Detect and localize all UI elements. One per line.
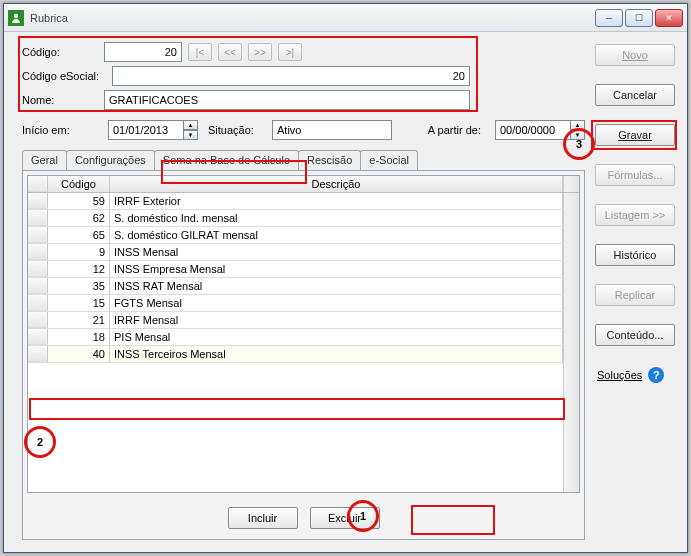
gravar-button[interactable]: Gravar <box>595 124 675 146</box>
window-title: Rubrica <box>30 12 595 24</box>
cell-codigo: 59 <box>48 193 110 209</box>
table-row[interactable]: 15FGTS Mensal <box>28 295 563 312</box>
esocial-label: Código eSocial: <box>22 70 106 82</box>
col-codigo[interactable]: Código <box>48 176 110 192</box>
grid-header: Código Descrição <box>28 176 579 193</box>
cell-codigo: 9 <box>48 244 110 260</box>
svg-point-0 <box>14 13 18 17</box>
cell-codigo: 21 <box>48 312 110 328</box>
cell-descricao: INSS Mensal <box>110 244 563 260</box>
cell-codigo: 40 <box>48 346 110 362</box>
tab-rescisao[interactable]: Rescisão <box>298 150 361 170</box>
table-row[interactable]: 65S. doméstico GILRAT mensal <box>28 227 563 244</box>
codigo-input[interactable]: 20 <box>104 42 182 62</box>
row-stub <box>28 244 48 260</box>
cell-codigo: 15 <box>48 295 110 311</box>
table-row[interactable]: 35INSS RAT Mensal <box>28 278 563 295</box>
help-icon[interactable]: ? <box>648 367 664 383</box>
replicar-button[interactable]: Replicar <box>595 284 675 306</box>
row-stub <box>28 346 48 362</box>
scroll-corner <box>563 176 579 192</box>
cell-descricao: FGTS Mensal <box>110 295 563 311</box>
app-icon <box>8 10 24 26</box>
apartir-spinner[interactable]: 00/00/0000 ▲▼ <box>495 120 585 140</box>
table-row[interactable]: 18PIS Mensal <box>28 329 563 346</box>
spin-down-icon[interactable]: ▼ <box>571 130 585 140</box>
nome-label: Nome: <box>22 94 98 106</box>
vertical-scrollbar[interactable] <box>563 193 579 492</box>
table-row[interactable]: 9INSS Mensal <box>28 244 563 261</box>
nav-next-button[interactable]: >> <box>248 43 272 61</box>
row-stub <box>28 210 48 226</box>
tab-soma-base-calculo[interactable]: Soma na Base de Cálculo <box>154 150 299 170</box>
formulas-button[interactable]: Fórmulas... <box>595 164 675 186</box>
codigo-label: Código: <box>22 46 98 58</box>
cell-codigo: 65 <box>48 227 110 243</box>
excluir-button[interactable]: Excluir <box>310 507 380 529</box>
close-button[interactable]: ✕ <box>655 9 683 27</box>
listagem-button[interactable]: Listagem >> <box>595 204 675 226</box>
row-stub <box>28 295 48 311</box>
situacao-input[interactable]: Ativo <box>272 120 392 140</box>
nav-prev-button[interactable]: << <box>218 43 242 61</box>
cancelar-button[interactable]: Cancelar <box>595 84 675 106</box>
table-row[interactable]: 12INSS Empresa Mensal <box>28 261 563 278</box>
nav-first-button[interactable]: |< <box>188 43 212 61</box>
cell-descricao: S. doméstico Ind. mensal <box>110 210 563 226</box>
row-stub <box>28 312 48 328</box>
historico-button[interactable]: Histórico <box>595 244 675 266</box>
table-row[interactable]: 59IRRF Exterior <box>28 193 563 210</box>
cell-descricao: IRRF Mensal <box>110 312 563 328</box>
apartir-label: A partir de: <box>402 124 485 136</box>
conteudo-button[interactable]: Conteúdo... <box>595 324 675 346</box>
solucoes-link[interactable]: Soluções <box>597 369 642 381</box>
row-stub <box>28 193 48 209</box>
table-row[interactable]: 21IRRF Mensal <box>28 312 563 329</box>
window: Rubrica ─ ☐ ✕ Código: 20 |< << >> >| Cód… <box>3 3 688 553</box>
cell-descricao: INSS RAT Mensal <box>110 278 563 294</box>
col-descricao[interactable]: Descrição <box>110 176 563 192</box>
cell-descricao: INSS Empresa Mensal <box>110 261 563 277</box>
tab-geral[interactable]: Geral <box>22 150 67 170</box>
incluir-button[interactable]: Incluir <box>228 507 298 529</box>
row-stub <box>28 261 48 277</box>
esocial-input[interactable]: 20 <box>112 66 470 86</box>
maximize-button[interactable]: ☐ <box>625 9 653 27</box>
cell-descricao: INSS Terceiros Mensal <box>110 346 563 362</box>
cell-codigo: 12 <box>48 261 110 277</box>
tab-panel: Código Descrição 59IRRF Exterior62S. dom… <box>22 170 585 540</box>
table-row[interactable]: 62S. doméstico Ind. mensal <box>28 210 563 227</box>
cell-codigo: 62 <box>48 210 110 226</box>
spin-down-icon[interactable]: ▼ <box>184 130 198 140</box>
cell-descricao: IRRF Exterior <box>110 193 563 209</box>
table-row[interactable]: 40INSS Terceiros Mensal <box>28 346 563 363</box>
inicio-spinner[interactable]: 01/01/2013 ▲▼ <box>108 120 198 140</box>
row-header-stub <box>28 176 48 192</box>
titlebar: Rubrica ─ ☐ ✕ <box>4 4 687 32</box>
spin-up-icon[interactable]: ▲ <box>571 120 585 130</box>
cell-descricao: S. doméstico GILRAT mensal <box>110 227 563 243</box>
row-stub <box>28 278 48 294</box>
row-stub <box>28 329 48 345</box>
situacao-label: Situação: <box>208 124 262 136</box>
nome-input[interactable]: GRATIFICACOES <box>104 90 470 110</box>
cell-descricao: PIS Mensal <box>110 329 563 345</box>
tab-configuracoes[interactable]: Configurações <box>66 150 155 170</box>
inicio-label: Início em: <box>22 124 98 136</box>
tab-esocial[interactable]: e-Social <box>360 150 418 170</box>
novo-button[interactable]: Novo <box>595 44 675 66</box>
cell-codigo: 35 <box>48 278 110 294</box>
cell-codigo: 18 <box>48 329 110 345</box>
grid: Código Descrição 59IRRF Exterior62S. dom… <box>27 175 580 493</box>
minimize-button[interactable]: ─ <box>595 9 623 27</box>
spin-up-icon[interactable]: ▲ <box>184 120 198 130</box>
nav-last-button[interactable]: >| <box>278 43 302 61</box>
row-stub <box>28 227 48 243</box>
